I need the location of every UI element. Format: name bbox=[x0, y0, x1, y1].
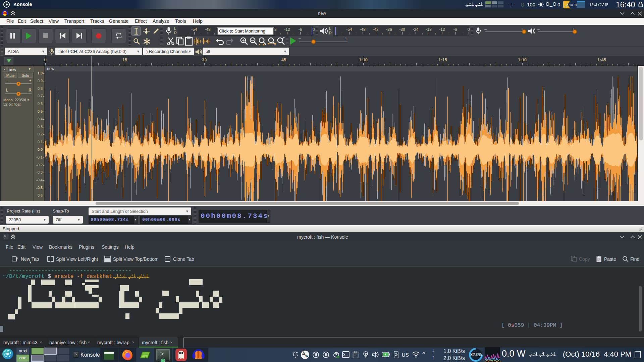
svg-text:3: 3 bbox=[145, 356, 146, 358]
